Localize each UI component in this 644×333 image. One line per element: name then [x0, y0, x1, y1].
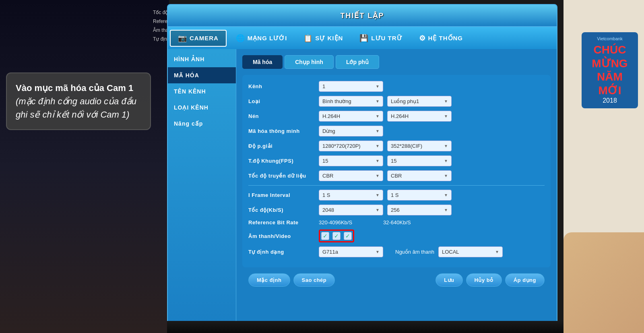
ref-bit-rate-value2: 32-640Kb/S: [383, 219, 411, 225]
form-row-i-frame: I Frame Interval 1 S ▼ 1 S ▼: [248, 190, 545, 201]
select-i-frame1[interactable]: 1 S ▼: [319, 190, 383, 201]
label-nen: Nén: [248, 113, 313, 119]
select-toc-do-kbs1[interactable]: 2048 ▼: [319, 205, 383, 215]
btn-group-left: Mặc định Sao chép: [248, 273, 335, 287]
sao-chep-button[interactable]: Sao chép: [293, 273, 335, 287]
sidebar-item-loai-kenh[interactable]: LOẠI KÊNH: [168, 99, 236, 116]
label-i-frame: I Frame Interval: [248, 192, 313, 198]
sidebar: HÌNH ẢNH MÃ HÓA TÊN KÊNH LOẠI KÊNH Nâng …: [168, 49, 236, 325]
sub-tab-ma-hoa-label: Mã hóa: [253, 59, 272, 65]
sub-tab-chup-hinh-label: Chụp hình: [295, 59, 323, 65]
form-group-nen: H.264H ▼ H.264H ▼: [319, 111, 452, 122]
sidebar-ten-kenh-label: TÊN KÊNH: [174, 88, 206, 95]
huy-bo-button[interactable]: Hủy bỏ: [466, 273, 502, 287]
tab-luu-tru-label: LƯU TRỮ: [371, 35, 402, 42]
label-ma-hoa-thong-minh: Mã hóa thông minh: [248, 128, 313, 134]
form-row-do-p-giai: Độ p.giải 1280*720(720P) ▼ 352*288(CIF) …: [248, 141, 545, 151]
select-t-do-khung2[interactable]: 15 ▼: [387, 155, 452, 166]
sidebar-hinh-anh-label: HÌNH ẢNH: [174, 56, 204, 62]
checkbox-am-thanh-1[interactable]: ✓: [321, 232, 329, 240]
sub-tab-ma-hoa[interactable]: Mã hóa: [242, 55, 283, 69]
form-row-t-do-khung: T.độ Khung(FPS) 15 ▼ 15 ▼: [248, 155, 545, 166]
select-tu-dinh-dang[interactable]: G711a ▼: [319, 246, 383, 257]
main-panel: THIẾT LẬP 📷 CAMERA 🌐 MẠNG LƯỚI 📋 SỰ KIỆN…: [167, 4, 557, 326]
checkbox-am-thanh-3[interactable]: ✓: [344, 232, 352, 240]
luu-button[interactable]: Lưu: [436, 273, 462, 287]
divider-1: [248, 185, 545, 186]
select-nguon-am-thanh[interactable]: LOCAL ▼: [438, 246, 503, 257]
form-group-toc-do-truyen: CBR ▼ CBR ▼: [319, 170, 452, 181]
annotation-sub-text: (mặc định cổng audio của đầu ghi sẽ chỉ …: [16, 95, 141, 121]
sidebar-item-hinh-anh[interactable]: HÌNH ẢNH: [168, 51, 236, 67]
select-toc-do-kbs2[interactable]: 256 ▼: [387, 205, 452, 215]
form-row-toc-do-truyen: Tốc độ truyền dữ liệu CBR ▼ CBR ▼: [248, 170, 545, 181]
select-nen2[interactable]: H.264H ▼: [387, 111, 452, 122]
sidebar-item-ma-hoa[interactable]: MÃ HÓA: [168, 67, 236, 83]
chevron-down-icon-nguon: ▼: [495, 250, 499, 254]
select-loai[interactable]: Bình thường ▼: [319, 96, 383, 107]
select-do-p-giai1-value: 1280*720(720P): [322, 143, 361, 149]
tab-su-kien-label: SỰ KIỆN: [315, 35, 343, 42]
chevron-down-icon-kbs2: ▼: [444, 208, 448, 212]
form-row-toc-do-kbs: Tốc độ(Kb/S) 2048 ▼ 256 ▼: [248, 205, 545, 215]
tab-mang-luoi[interactable]: 🌐 MẠNG LƯỚI: [229, 31, 295, 46]
chevron-down-icon-nen1: ▼: [376, 114, 380, 118]
tab-camera-label: CAMERA: [190, 35, 219, 41]
select-khung1-value: 15: [322, 158, 328, 164]
select-iframe1-value: 1 S: [322, 192, 330, 198]
select-do-p-giai1[interactable]: 1280*720(720P) ▼: [319, 141, 383, 151]
select-ma-hoa-thong-minh[interactable]: Dừng ▼: [319, 126, 383, 137]
vietcombank-sign: Vietcombank CHÚC MỪNG NĂM MỚI 2018: [582, 32, 638, 108]
select-luong-phu[interactable]: Luồng phụ1 ▼: [387, 96, 452, 107]
chevron-down-icon-nen2: ▼: [444, 114, 448, 118]
form-group-do-p-giai: 1280*720(720P) ▼ 352*288(CIF) ▼: [319, 141, 452, 151]
chevron-down-icon: ▼: [376, 84, 380, 89]
label-do-p-giai: Độ p.giải: [248, 143, 313, 149]
chevron-down-icon-khung1: ▼: [376, 159, 380, 163]
am-thanh-highlight-box: ✓ ✓ ✓: [319, 230, 354, 242]
mang-luoi-tab-icon: 🌐: [236, 34, 245, 43]
checkbox-am-thanh-2[interactable]: ✓: [332, 232, 341, 240]
select-kbs2-value: 256: [391, 207, 400, 213]
sidebar-item-ten-kenh[interactable]: TÊN KÊNH: [168, 83, 236, 99]
annotation-main-text: Vào mục mã hóa của Cam 1: [16, 81, 141, 95]
tab-he-thong-label: HỆ THỐNG: [428, 35, 463, 42]
background-left: [0, 0, 169, 333]
sidebar-item-nang-cap[interactable]: Nâng cấp: [168, 116, 236, 132]
sidebar-ma-hoa-label: MÃ HÓA: [174, 72, 199, 79]
chevron-down-icon-luong: ▼: [444, 99, 448, 103]
form-group-loai: Bình thường ▼ Luồng phụ1 ▼: [319, 96, 452, 107]
select-kenh[interactable]: 1 ▼: [319, 81, 383, 92]
page-title: THIẾT LẬP: [172, 11, 553, 20]
top-nav: THIẾT LẬP: [168, 5, 557, 27]
label-t-do-khung: T.độ Khung(FPS): [248, 158, 313, 164]
cables-area: [167, 321, 564, 333]
select-ma-hoa-value: Dừng: [322, 128, 335, 134]
select-toc-do-truyen2[interactable]: CBR ▼: [387, 170, 452, 181]
select-nen1-value: H.264H: [322, 113, 340, 119]
chevron-down-icon-iframe1: ▼: [376, 193, 380, 197]
select-kenh-value: 1: [322, 83, 325, 89]
tab-he-thong[interactable]: ⚙ HỆ THỐNG: [412, 31, 471, 46]
select-i-frame2[interactable]: 1 S ▼: [387, 190, 452, 201]
select-luong-phu-value: Luồng phụ1: [391, 98, 419, 104]
tab-su-kien[interactable]: 📋 SỰ KIỆN: [296, 31, 350, 46]
form-row-ref-bit-rate: Reference Bit Rate 320-4096Kb/S 32-640Kb…: [248, 219, 545, 225]
tab-luu-tru[interactable]: 💾 LƯU TRỮ: [352, 31, 409, 46]
select-do-p-giai2[interactable]: 352*288(CIF) ▼: [387, 141, 452, 151]
ap-dung-button[interactable]: Áp dụng: [505, 273, 545, 287]
select-toc-do-truyen1[interactable]: CBR ▼: [319, 170, 383, 181]
tab-bar: 📷 CAMERA 🌐 MẠNG LƯỚI 📋 SỰ KIỆN 💾 LƯU TRỮ…: [168, 27, 557, 49]
chevron-down-icon-cbr1: ▼: [376, 174, 380, 178]
mac-dinh-button[interactable]: Mặc định: [248, 273, 290, 287]
chevron-down-icon-pgiai1: ▼: [376, 144, 380, 148]
label-kenh: Kênh: [248, 83, 313, 89]
form-group-toc-do-kbs: 2048 ▼ 256 ▼: [319, 205, 452, 215]
select-nen1[interactable]: H.264H ▼: [319, 111, 383, 122]
select-do-p-giai2-value: 352*288(CIF): [391, 143, 422, 149]
sub-tab-lop-phu[interactable]: Lớp phủ: [336, 55, 379, 69]
select-t-do-khung1[interactable]: 15 ▼: [319, 155, 383, 166]
form-row-tu-dinh-dang: Tự định dạng G711a ▼ Nguồn âm thanh LOCA…: [248, 246, 545, 257]
tab-camera[interactable]: 📷 CAMERA: [170, 30, 227, 47]
sub-tab-chup-hinh[interactable]: Chụp hình: [285, 55, 334, 69]
